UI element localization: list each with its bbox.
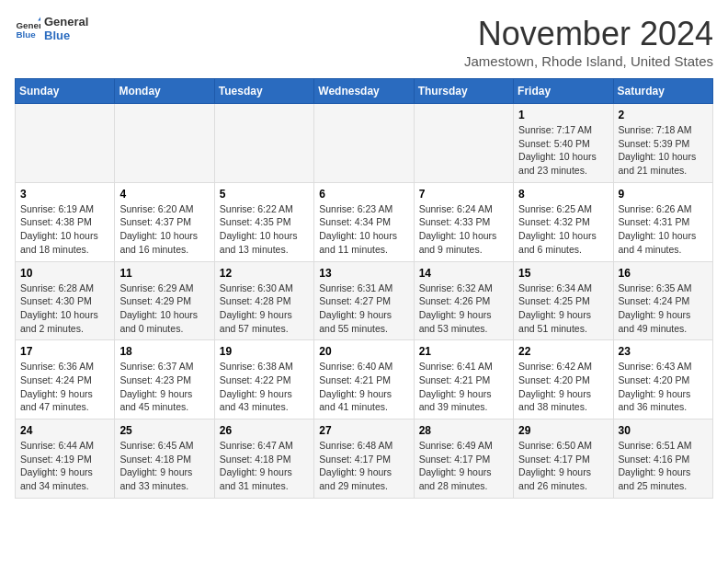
- calendar-cell: [314, 104, 414, 183]
- calendar-cell: 6Sunrise: 6:23 AM Sunset: 4:34 PM Daylig…: [314, 182, 414, 261]
- day-info: Sunrise: 6:51 AM Sunset: 4:16 PM Dayligh…: [619, 439, 708, 493]
- calendar-cell: 21Sunrise: 6:41 AM Sunset: 4:21 PM Dayli…: [414, 340, 513, 419]
- day-info: Sunrise: 6:28 AM Sunset: 4:30 PM Dayligh…: [20, 282, 109, 336]
- calendar-cell: 14Sunrise: 6:32 AM Sunset: 4:26 PM Dayli…: [414, 261, 513, 340]
- day-number: 20: [319, 345, 408, 358]
- day-number: 24: [20, 424, 109, 437]
- day-info: Sunrise: 6:31 AM Sunset: 4:27 PM Dayligh…: [319, 282, 408, 336]
- calendar-cell: 25Sunrise: 6:45 AM Sunset: 4:18 PM Dayli…: [115, 419, 214, 499]
- day-info: Sunrise: 6:45 AM Sunset: 4:18 PM Dayligh…: [119, 439, 209, 493]
- day-info: Sunrise: 6:42 AM Sunset: 4:20 PM Dayligh…: [518, 360, 608, 414]
- header-cell-wednesday: Wednesday: [314, 79, 414, 104]
- calendar-cell: 18Sunrise: 6:37 AM Sunset: 4:23 PM Dayli…: [115, 340, 214, 419]
- calendar-cell: 30Sunrise: 6:51 AM Sunset: 4:16 PM Dayli…: [613, 419, 712, 499]
- calendar-cell: 22Sunrise: 6:42 AM Sunset: 4:20 PM Dayli…: [514, 340, 613, 419]
- day-number: 26: [220, 424, 309, 437]
- week-row: 3Sunrise: 6:19 AM Sunset: 4:38 PM Daylig…: [16, 182, 713, 261]
- month-title: November 2024: [464, 15, 713, 53]
- day-info: Sunrise: 6:36 AM Sunset: 4:24 PM Dayligh…: [20, 360, 109, 414]
- day-info: Sunrise: 7:18 AM Sunset: 5:39 PM Dayligh…: [619, 123, 708, 178]
- calendar-cell: 1Sunrise: 7:17 AM Sunset: 5:40 PM Daylig…: [514, 104, 613, 183]
- header-cell-friday: Friday: [514, 79, 613, 104]
- day-number: 6: [319, 188, 408, 201]
- day-info: Sunrise: 7:17 AM Sunset: 5:40 PM Dayligh…: [518, 123, 608, 178]
- day-info: Sunrise: 6:40 AM Sunset: 4:21 PM Dayligh…: [319, 360, 408, 414]
- calendar-cell: 9Sunrise: 6:26 AM Sunset: 4:31 PM Daylig…: [613, 182, 712, 261]
- day-info: Sunrise: 6:26 AM Sunset: 4:31 PM Dayligh…: [619, 202, 708, 257]
- calendar-table: SundayMondayTuesdayWednesdayThursdayFrid…: [15, 78, 713, 499]
- calendar-cell: 19Sunrise: 6:38 AM Sunset: 4:22 PM Dayli…: [214, 340, 313, 419]
- week-row: 17Sunrise: 6:36 AM Sunset: 4:24 PM Dayli…: [16, 340, 713, 419]
- calendar-cell: [115, 104, 214, 183]
- day-number: 22: [518, 345, 608, 358]
- header-cell-thursday: Thursday: [414, 79, 513, 104]
- calendar-cell: 24Sunrise: 6:44 AM Sunset: 4:19 PM Dayli…: [16, 419, 115, 499]
- calendar-cell: 13Sunrise: 6:31 AM Sunset: 4:27 PM Dayli…: [314, 261, 414, 340]
- day-number: 28: [419, 424, 508, 437]
- day-number: 2: [619, 109, 708, 121]
- day-info: Sunrise: 6:48 AM Sunset: 4:17 PM Dayligh…: [319, 439, 408, 493]
- day-number: 9: [619, 188, 708, 201]
- day-info: Sunrise: 6:37 AM Sunset: 4:23 PM Dayligh…: [119, 360, 209, 414]
- day-info: Sunrise: 6:35 AM Sunset: 4:24 PM Dayligh…: [619, 282, 708, 336]
- day-info: Sunrise: 6:34 AM Sunset: 4:25 PM Dayligh…: [518, 282, 608, 336]
- day-info: Sunrise: 6:44 AM Sunset: 4:19 PM Dayligh…: [20, 439, 109, 493]
- day-info: Sunrise: 6:24 AM Sunset: 4:33 PM Dayligh…: [419, 202, 508, 257]
- calendar-cell: 29Sunrise: 6:50 AM Sunset: 4:17 PM Dayli…: [514, 419, 613, 499]
- header-cell-sunday: Sunday: [16, 79, 115, 104]
- calendar-cell: [214, 104, 313, 183]
- day-info: Sunrise: 6:50 AM Sunset: 4:17 PM Dayligh…: [518, 439, 608, 493]
- day-info: Sunrise: 6:47 AM Sunset: 4:18 PM Dayligh…: [220, 439, 309, 493]
- day-info: Sunrise: 6:30 AM Sunset: 4:28 PM Dayligh…: [220, 282, 309, 336]
- header-row: SundayMondayTuesdayWednesdayThursdayFrid…: [16, 79, 713, 104]
- day-number: 13: [319, 267, 408, 280]
- day-number: 3: [20, 188, 109, 201]
- calendar-cell: 4Sunrise: 6:20 AM Sunset: 4:37 PM Daylig…: [115, 182, 214, 261]
- title-area: November 2024 Jamestown, Rhode Island, U…: [464, 15, 713, 69]
- day-number: 25: [119, 424, 209, 437]
- day-number: 23: [619, 345, 708, 358]
- week-row: 24Sunrise: 6:44 AM Sunset: 4:19 PM Dayli…: [16, 419, 713, 499]
- day-number: 4: [119, 188, 209, 201]
- logo-line1: General: [44, 15, 88, 29]
- day-number: 12: [220, 267, 309, 280]
- logo-icon: General Blue: [15, 16, 40, 41]
- day-info: Sunrise: 6:23 AM Sunset: 4:34 PM Dayligh…: [319, 202, 408, 257]
- day-number: 8: [518, 188, 608, 201]
- day-number: 1: [518, 109, 608, 121]
- day-info: Sunrise: 6:43 AM Sunset: 4:20 PM Dayligh…: [619, 360, 708, 414]
- day-number: 14: [419, 267, 508, 280]
- day-number: 16: [619, 267, 708, 280]
- day-number: 7: [419, 188, 508, 201]
- day-number: 19: [220, 345, 309, 358]
- day-info: Sunrise: 6:41 AM Sunset: 4:21 PM Dayligh…: [419, 360, 508, 414]
- calendar-cell: 20Sunrise: 6:40 AM Sunset: 4:21 PM Dayli…: [314, 340, 414, 419]
- day-number: 29: [518, 424, 608, 437]
- logo: General Blue General Blue: [15, 15, 88, 42]
- day-number: 11: [119, 267, 209, 280]
- day-info: Sunrise: 6:20 AM Sunset: 4:37 PM Dayligh…: [119, 202, 209, 257]
- day-number: 10: [20, 267, 109, 280]
- calendar-cell: 16Sunrise: 6:35 AM Sunset: 4:24 PM Dayli…: [613, 261, 712, 340]
- day-number: 18: [119, 345, 209, 358]
- header: General Blue General Blue November 2024 …: [15, 15, 713, 69]
- calendar-cell: 3Sunrise: 6:19 AM Sunset: 4:38 PM Daylig…: [16, 182, 115, 261]
- day-info: Sunrise: 6:38 AM Sunset: 4:22 PM Dayligh…: [220, 360, 309, 414]
- calendar-cell: [414, 104, 513, 183]
- week-row: 10Sunrise: 6:28 AM Sunset: 4:30 PM Dayli…: [16, 261, 713, 340]
- calendar-cell: 2Sunrise: 7:18 AM Sunset: 5:39 PM Daylig…: [613, 104, 712, 183]
- day-number: 30: [619, 424, 708, 437]
- calendar-cell: 12Sunrise: 6:30 AM Sunset: 4:28 PM Dayli…: [214, 261, 313, 340]
- calendar-cell: 5Sunrise: 6:22 AM Sunset: 4:35 PM Daylig…: [214, 182, 313, 261]
- calendar-cell: 23Sunrise: 6:43 AM Sunset: 4:20 PM Dayli…: [613, 340, 712, 419]
- calendar-cell: 7Sunrise: 6:24 AM Sunset: 4:33 PM Daylig…: [414, 182, 513, 261]
- day-number: 27: [319, 424, 408, 437]
- header-cell-monday: Monday: [115, 79, 214, 104]
- calendar-cell: [16, 104, 115, 183]
- calendar-cell: 10Sunrise: 6:28 AM Sunset: 4:30 PM Dayli…: [16, 261, 115, 340]
- logo-line2: Blue: [44, 29, 88, 42]
- day-info: Sunrise: 6:32 AM Sunset: 4:26 PM Dayligh…: [419, 282, 508, 336]
- calendar-cell: 8Sunrise: 6:25 AM Sunset: 4:32 PM Daylig…: [514, 182, 613, 261]
- day-number: 5: [220, 188, 309, 201]
- day-info: Sunrise: 6:22 AM Sunset: 4:35 PM Dayligh…: [220, 202, 309, 257]
